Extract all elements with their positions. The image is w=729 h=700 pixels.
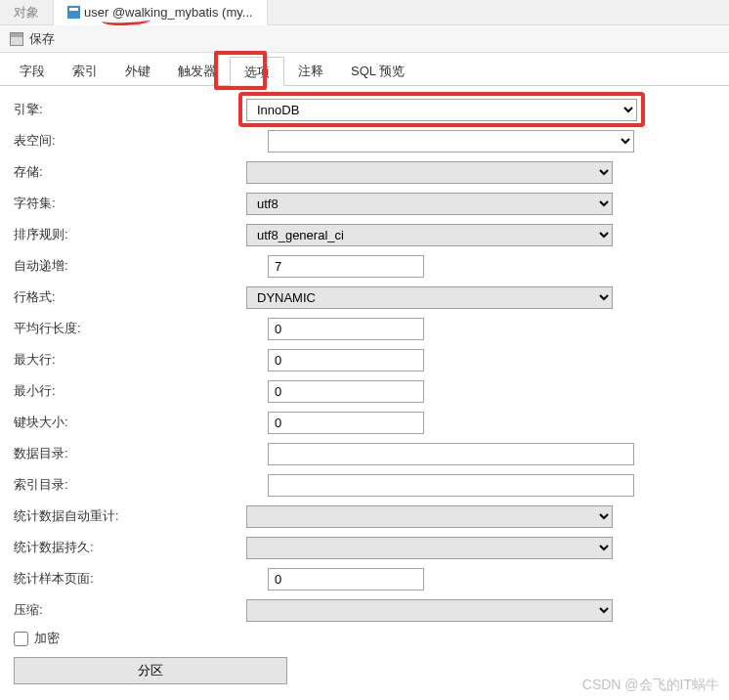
avg-row-length-label: 平均行长度: [14,320,268,337]
data-dir-input[interactable] [268,443,634,465]
storage-select[interactable] [246,161,613,184]
window-tab-objects-label: 对象 [14,4,39,22]
index-dir-input[interactable] [268,474,634,497]
toolbar: 保存 [0,25,729,53]
tab-foreign-keys[interactable]: 外键 [111,57,164,85]
tab-options[interactable]: 选项 [230,57,284,86]
stats-auto-recalc-label: 统计数据自动重计: [14,507,246,525]
stats-auto-recalc-select[interactable] [246,505,613,528]
row-format-label: 行格式: [14,288,246,306]
index-dir-label: 索引目录: [14,476,268,494]
editor-tabs: 字段 索引 外键 触发器 选项 注释 SQL 预览 [0,57,729,86]
collation-label: 排序规则: [14,226,246,243]
tab-indexes[interactable]: 索引 [59,57,111,85]
stats-sample-pages-input[interactable] [268,568,424,591]
row-format-select[interactable]: DYNAMIC [246,286,613,309]
compression-select[interactable] [246,599,613,622]
tablespace-label: 表空间: [14,132,268,150]
window-tab-objects[interactable]: 对象 [0,0,54,24]
table-icon [67,6,80,19]
data-dir-label: 数据目录: [14,445,268,462]
tab-triggers[interactable]: 触发器 [164,57,230,85]
charset-select[interactable]: utf8 [246,193,613,215]
tab-sql-preview[interactable]: SQL 预览 [337,57,418,85]
auto-increment-label: 自动递增: [14,257,268,275]
max-rows-input[interactable] [268,349,424,372]
max-rows-label: 最大行: [14,351,268,369]
engine-select[interactable]: InnoDB [246,99,637,121]
storage-label: 存储: [14,163,246,181]
tab-fields[interactable]: 字段 [6,57,59,85]
options-form: 引擎: InnoDB 表空间: 存储: 字符集: utf8 排序规则: utf8… [0,86,729,694]
charset-label: 字符集: [14,195,246,212]
partition-button[interactable]: 分区 [14,657,287,684]
avg-row-length-input[interactable] [268,318,424,340]
window-tab-table[interactable]: user @walking_mybatis (my... [54,0,268,25]
auto-increment-input[interactable] [268,255,424,278]
stats-persistent-label: 统计数据持久: [14,539,246,556]
encryption-label: 加密 [34,630,60,647]
engine-label: 引擎: [14,101,246,118]
stats-persistent-select[interactable] [246,537,613,559]
key-block-size-label: 键块大小: [14,414,268,431]
min-rows-label: 最小行: [14,382,268,400]
min-rows-input[interactable] [268,380,424,403]
stats-sample-pages-label: 统计样本页面: [14,570,268,588]
save-button[interactable]: 保存 [29,30,55,48]
window-tab-table-label: user @walking_mybatis (my... [84,5,253,20]
key-block-size-input[interactable] [268,412,424,434]
collation-select[interactable]: utf8_general_ci [246,224,613,246]
compression-label: 压缩: [14,601,246,619]
tab-comments[interactable]: 注释 [284,57,337,85]
tablespace-select[interactable] [268,130,634,153]
save-icon [10,32,23,46]
window-tab-bar: 对象 user @walking_mybatis (my... [0,0,729,25]
encryption-checkbox[interactable] [14,632,28,646]
